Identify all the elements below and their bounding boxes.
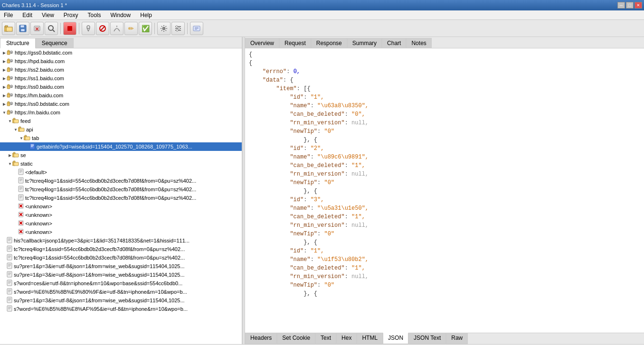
- expand-icon[interactable]: [13, 221, 18, 226]
- tree-item[interactable]: <unknown>: [0, 228, 242, 236]
- tree-item[interactable]: ▶https://ss2.baidu.com: [0, 65, 242, 74]
- expand-icon[interactable]: [13, 178, 18, 183]
- open-button[interactable]: [2, 22, 15, 35]
- tree-item[interactable]: <unknown>: [0, 211, 242, 219]
- tree-item[interactable]: ▼tab: [0, 134, 242, 142]
- expand-icon[interactable]: [25, 144, 29, 149]
- expand-icon[interactable]: [2, 281, 7, 286]
- tree-item[interactable]: <default>: [0, 168, 242, 177]
- record-stop-button[interactable]: [63, 22, 76, 35]
- menu-help[interactable]: Help: [138, 11, 154, 19]
- tree-item[interactable]: ▶https://hpd.baidu.com: [0, 57, 242, 65]
- expand-icon[interactable]: ▶: [2, 76, 7, 81]
- tab-chart[interactable]: Chart: [382, 38, 406, 48]
- expand-icon[interactable]: ▶: [2, 59, 7, 64]
- tree-item[interactable]: s?word=%E6%B5%8B%E8%AF%95&ie=utf-8&tn=ip…: [0, 305, 242, 313]
- tab-json[interactable]: JSON: [383, 333, 408, 344]
- tree-item[interactable]: ▼feed: [0, 117, 242, 125]
- tab-sequence[interactable]: Sequence: [36, 38, 74, 48]
- expand-icon[interactable]: [13, 187, 18, 192]
- tree-item[interactable]: <unknown>: [0, 219, 242, 228]
- expand-icon[interactable]: ▼: [19, 136, 24, 140]
- close-button[interactable]: ✕: [635, 2, 642, 9]
- menu-tools[interactable]: Tools: [86, 11, 103, 19]
- tab-summary[interactable]: Summary: [347, 38, 382, 48]
- expand-icon[interactable]: ▼: [13, 127, 18, 132]
- expand-icon[interactable]: ▼: [8, 119, 12, 123]
- save-button[interactable]: [16, 22, 29, 35]
- expand-icon[interactable]: ▼: [8, 161, 12, 166]
- expand-icon[interactable]: [13, 230, 18, 234]
- tree-item[interactable]: tc?tcreq4log=1&ssid=554cc6bdb0b2d3cecfb7…: [0, 194, 242, 202]
- compose-button[interactable]: [190, 22, 203, 35]
- expand-icon[interactable]: [13, 170, 18, 175]
- tree-item[interactable]: <unknown>: [0, 202, 242, 211]
- tree-container[interactable]: ▶https://gss0.bdstatic.com▶https://hpd.b…: [0, 48, 242, 344]
- clear-button[interactable]: [30, 22, 44, 35]
- advanced-button[interactable]: [171, 22, 185, 35]
- expand-icon[interactable]: [13, 196, 18, 200]
- filter-button[interactable]: [82, 22, 95, 35]
- tree-item[interactable]: su?pre=1&p=3&ie=utf-8&json=1&from=wise_w…: [0, 270, 242, 279]
- tab-text[interactable]: Text: [315, 333, 336, 344]
- tab-raw[interactable]: Raw: [446, 333, 468, 344]
- expand-icon[interactable]: ▶: [8, 153, 12, 158]
- settings-button[interactable]: [157, 22, 170, 35]
- menu-edit[interactable]: Edit: [20, 11, 34, 19]
- tree-item[interactable]: ▶https://hm.baidu.com: [0, 91, 242, 100]
- expand-icon[interactable]: [2, 289, 7, 294]
- tree-item[interactable]: ▶https://ss1.baidu.com: [0, 74, 242, 83]
- tree-item[interactable]: ▼https://m.baidu.com: [0, 108, 242, 117]
- expand-icon[interactable]: [2, 307, 7, 311]
- tab-html[interactable]: HTML: [357, 333, 383, 344]
- tab-response[interactable]: Response: [311, 38, 347, 48]
- menu-proxy[interactable]: Proxy: [62, 11, 80, 19]
- expand-icon[interactable]: [2, 264, 7, 269]
- tab-hex[interactable]: Hex: [336, 333, 357, 344]
- tab-overview[interactable]: Overview: [245, 38, 279, 48]
- expand-icon[interactable]: ▶: [2, 93, 7, 98]
- tab-json-text[interactable]: JSON Text: [408, 333, 446, 344]
- tab-set-cookie[interactable]: Set Cookie: [277, 333, 315, 344]
- tree-item[interactable]: su?pre=1&p=3&ie=utf-8&json=1&from=wise_w…: [0, 262, 242, 270]
- block-button[interactable]: [96, 22, 109, 35]
- expand-icon[interactable]: ▶: [2, 67, 7, 72]
- tree-item[interactable]: ▼api: [0, 125, 242, 134]
- expand-icon[interactable]: [13, 213, 18, 217]
- search-button[interactable]: [45, 22, 58, 35]
- throttle-button[interactable]: [110, 22, 123, 35]
- tree-item[interactable]: tc?tcreq4log=1&ssid=554cc6bdb0b2d3cecfb7…: [0, 185, 242, 194]
- expand-icon[interactable]: [13, 204, 18, 209]
- menu-window[interactable]: Window: [109, 11, 133, 19]
- menu-view[interactable]: View: [40, 11, 56, 19]
- expand-icon[interactable]: [2, 255, 7, 260]
- tab-headers[interactable]: Headers: [245, 333, 277, 344]
- tree-item[interactable]: ▶se: [0, 151, 242, 159]
- expand-icon[interactable]: ▶: [2, 102, 7, 106]
- tree-item[interactable]: his?callback=jsonp1&type=3&pic=1&lid=351…: [0, 236, 242, 245]
- expand-icon[interactable]: ▶: [2, 50, 7, 55]
- expand-icon[interactable]: [2, 272, 7, 277]
- menu-file[interactable]: File: [2, 11, 15, 19]
- expand-icon[interactable]: [2, 238, 7, 243]
- tree-item[interactable]: gettabinfo?pd=wise&sid=115404_102570_108…: [0, 142, 242, 151]
- tree-item[interactable]: su?pre=1&p=3&ie=utf-8&json=1&from=wise_w…: [0, 296, 242, 305]
- tree-item[interactable]: tc?tcreq4log=1&ssid=554cc6bdb0b2d3cecfb7…: [0, 253, 242, 262]
- tree-item[interactable]: tc?tcreq4log=1&ssid=554cc6bdb0b2d3cecfb7…: [0, 177, 242, 185]
- expand-icon[interactable]: ▶: [2, 84, 7, 89]
- tab-request[interactable]: Request: [279, 38, 311, 48]
- tab-structure[interactable]: Structure: [0, 38, 36, 48]
- expand-icon[interactable]: ▼: [2, 110, 7, 115]
- expand-icon[interactable]: [2, 298, 7, 303]
- tree-item[interactable]: ▼static: [0, 159, 242, 168]
- tree-item[interactable]: s?word=ces&ie=utf-8&tn=iphone&rn=10&wpo=…: [0, 279, 242, 288]
- tree-item[interactable]: ▶https://ss0.bdstatic.com: [0, 100, 242, 108]
- tree-item[interactable]: ▶https://gss0.bdstatic.com: [0, 48, 242, 57]
- tree-item[interactable]: tc?tcreq4log=1&ssid=554cc6bdb0b2d3cecfb7…: [0, 245, 242, 253]
- tree-item[interactable]: ▶https://ss0.baidu.com: [0, 83, 242, 91]
- tree-item[interactable]: s?word=%E6%B5%8B%E9%80%9F&ie=utf-8&tn=ip…: [0, 288, 242, 296]
- minimize-button[interactable]: ─: [617, 2, 625, 9]
- maximize-button[interactable]: □: [626, 2, 634, 9]
- validate-button[interactable]: ✅: [139, 22, 152, 35]
- tab-notes[interactable]: Notes: [406, 38, 431, 48]
